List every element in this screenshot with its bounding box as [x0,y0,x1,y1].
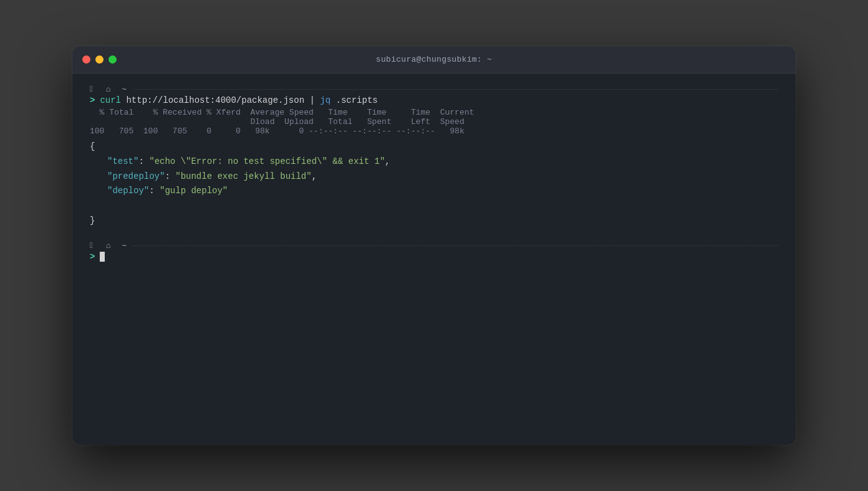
desktop-background: subicura@chungsubkim: ~  ⌂ ~ > curl htt… [0,0,868,491]
json-line-2: "predeploy": "bundle exec jekyll build", [90,169,778,184]
window-title: subicura@chungsubkim: ~ [376,55,492,64]
json-comma-1: , [385,156,390,166]
json-line-3: "deploy": "gulp deploy" [90,184,778,199]
terminal-body[interactable]:  ⌂ ~ > curl http://localhost:4000/packa… [72,74,796,445]
curl-header-row-1: % Total % Received % Xferd Average Speed… [90,108,778,117]
json-value-3: "gulp deploy" [160,186,228,196]
apple-icon-2:  [90,241,96,250]
prompt-icons-2:  ⌂ ~ [90,241,128,250]
json-comma-2: , [312,171,317,181]
close-button[interactable] [82,55,90,64]
json-line-1: "test": "echo \"Error: no test specified… [90,155,778,169]
prompt-separator-2 [133,245,778,246]
json-open-brace: { [90,141,95,151]
json-colon-1: : [138,156,149,166]
cmd-jq: jq [320,95,330,105]
cmd-curl: curl [100,95,121,105]
apple-icon-1:  [90,85,96,94]
curl-data-row: 100 705 100 705 0 0 98k 0 --:--:-- --:--… [90,126,778,136]
tilde-2: ~ [122,241,128,250]
json-key-2: "predeploy" [107,171,165,181]
command-line-1: > curl http://localhost:4000/package.jso… [90,95,778,105]
prompt-line-2:  ⌂ ~ [90,241,778,250]
traffic-lights [82,55,117,64]
curl-header-text-2: Dload Upload Total Spent Left Speed [90,117,465,126]
prompt-line-1:  ⌂ ~ [90,85,778,94]
cmd-arg: .scripts [336,95,378,105]
chevron-2: > [90,252,95,262]
cmd-pipe: | [309,95,320,105]
prompt-separator-1 [133,89,778,90]
maximize-button[interactable] [109,55,117,64]
title-bar: subicura@chungsubkim: ~ [72,46,796,74]
json-colon-3: : [149,186,160,196]
terminal-window: subicura@chungsubkim: ~  ⌂ ~ > curl htt… [72,46,796,445]
json-value-2: "bundle exec jekyll build" [175,171,311,181]
cmd-url: http://localhost:4000/package.json [126,95,304,105]
json-close-brace: } [90,216,95,226]
home-icon-1: ⌂ [106,85,112,94]
home-icon-2: ⌂ [106,241,112,250]
chevron-1: > [90,95,95,105]
curl-header-text-1: % Total % Received % Xferd Average Speed… [90,108,474,117]
cursor [100,252,105,262]
json-key-3: "deploy" [107,186,149,196]
json-key-1: "test" [107,156,138,166]
json-output: { "test": "echo \"Error: no test specifi… [90,140,778,229]
command-line-2: > [90,252,778,262]
minimize-button[interactable] [95,55,104,64]
prompt-icons-1:  ⌂ ~ [90,85,128,94]
json-value-1: "echo \"Error: no test specified\" && ex… [149,156,385,166]
json-colon-2: : [165,171,175,181]
command-text-1: curl http://localhost:4000/package.json … [100,95,377,105]
curl-header-row-2: Dload Upload Total Spent Left Speed [90,117,778,126]
tilde-1: ~ [122,85,128,94]
